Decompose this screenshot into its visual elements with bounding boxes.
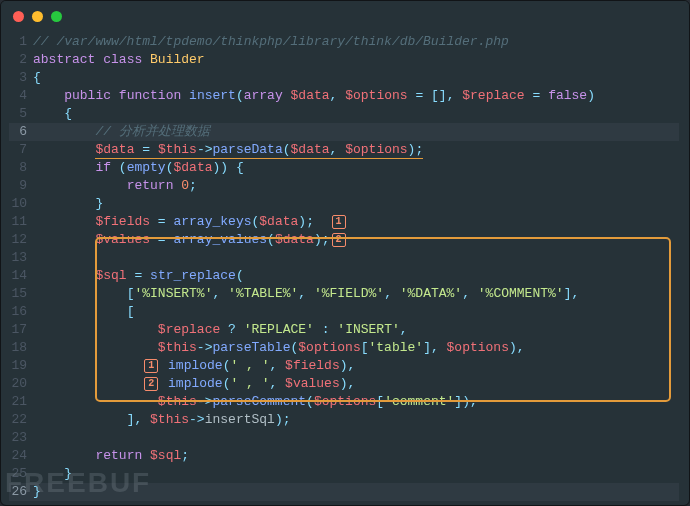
code-line: 16 [ [9,303,679,321]
code-content: $data = $this->parseData($data, $options… [33,141,679,159]
code-line: 5 { [9,105,679,123]
code-content [33,249,679,267]
line-number: 18 [9,339,33,357]
code-line: 1// /var/www/html/tpdemo/thinkphp/librar… [9,33,679,51]
code-line: 22 ], $this->insertSql); [9,411,679,429]
code-editor[interactable]: 1// /var/www/html/tpdemo/thinkphp/librar… [1,31,689,506]
code-content: 1 implode(' , ', $fields), [33,357,679,375]
line-number: 11 [9,213,33,231]
code-content: // 分析并处理数据 [33,123,679,141]
code-content: $this->parseTable($options['table'], $op… [33,339,679,357]
code-content: { [33,105,679,123]
code-content: [ [33,303,679,321]
line-number: 2 [9,51,33,69]
code-line: 21 $this->parseComment($options['comment… [9,393,679,411]
line-number: 7 [9,141,33,159]
line-number: 19 [9,357,33,375]
code-content: public function insert(array $data, $opt… [33,87,679,105]
code-line: 12 $values = array_values($data);2 [9,231,679,249]
code-content [33,429,679,447]
code-line: 24 return $sql; [9,447,679,465]
line-number: 12 [9,231,33,249]
line-number: 25 [9,465,33,483]
code-content: return 0; [33,177,679,195]
code-line: 4 public function insert(array $data, $o… [9,87,679,105]
code-line: 18 $this->parseTable($options['table'], … [9,339,679,357]
line-number: 8 [9,159,33,177]
code-line: 26} [9,483,679,501]
code-content: $values = array_values($data);2 [33,231,679,249]
code-line: 6 // 分析并处理数据 [9,123,679,141]
code-line: 19 1 implode(' , ', $fields), [9,357,679,375]
line-number: 23 [9,429,33,447]
code-content: } [33,465,679,483]
line-number: 24 [9,447,33,465]
line-number: 5 [9,105,33,123]
annotation-marker: 1 [144,359,158,373]
line-number: 14 [9,267,33,285]
code-content: $sql = str_replace( [33,267,679,285]
code-content: abstract class Builder [33,51,679,69]
code-content: return $sql; [33,447,679,465]
code-line: 3{ [9,69,679,87]
code-line: 23 [9,429,679,447]
annotation-marker: 1 [332,215,346,229]
window-close-button[interactable] [13,11,24,22]
code-line: 14 $sql = str_replace( [9,267,679,285]
code-line: 13 [9,249,679,267]
line-number: 6 [9,123,33,141]
annotation-marker: 2 [332,233,346,247]
line-number: 17 [9,321,33,339]
window-zoom-button[interactable] [51,11,62,22]
line-number: 10 [9,195,33,213]
line-number: 13 [9,249,33,267]
line-number: 1 [9,33,33,51]
annotation-marker: 2 [144,377,158,391]
line-number: 3 [9,69,33,87]
code-content: $fields = array_keys($data); 1 [33,213,679,231]
line-number: 26 [9,483,33,501]
code-line: 10 } [9,195,679,213]
code-line: 11 $fields = array_keys($data); 1 [9,213,679,231]
line-number: 4 [9,87,33,105]
line-number: 15 [9,285,33,303]
code-content: } [33,195,679,213]
code-line: 8 if (empty($data)) { [9,159,679,177]
line-number: 9 [9,177,33,195]
code-content: 2 implode(' , ', $values), [33,375,679,393]
window-minimize-button[interactable] [32,11,43,22]
code-line: 20 2 implode(' , ', $values), [9,375,679,393]
editor-window: 1// /var/www/html/tpdemo/thinkphp/librar… [0,0,690,506]
code-content: { [33,69,679,87]
code-line: 9 return 0; [9,177,679,195]
code-line: 25 } [9,465,679,483]
code-line: 7 $data = $this->parseData($data, $optio… [9,141,679,159]
code-line: 17 $replace ? 'REPLACE' : 'INSERT', [9,321,679,339]
code-content: // /var/www/html/tpdemo/thinkphp/library… [33,33,679,51]
line-number: 21 [9,393,33,411]
line-number: 20 [9,375,33,393]
code-content: ], $this->insertSql); [33,411,679,429]
code-content: if (empty($data)) { [33,159,679,177]
code-line: 15 ['%INSERT%', '%TABLE%', '%FIELD%', '%… [9,285,679,303]
code-content: } [33,483,679,501]
line-number: 22 [9,411,33,429]
code-content: $this->parseComment($options['comment'])… [33,393,679,411]
code-content: $replace ? 'REPLACE' : 'INSERT', [33,321,679,339]
code-line: 2abstract class Builder [9,51,679,69]
line-number: 16 [9,303,33,321]
titlebar [1,1,689,31]
code-content: ['%INSERT%', '%TABLE%', '%FIELD%', '%DAT… [33,285,679,303]
